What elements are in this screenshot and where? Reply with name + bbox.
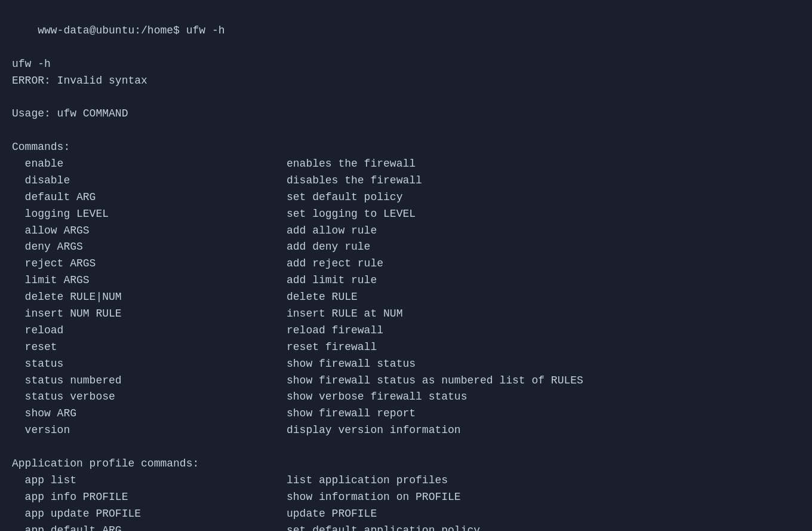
- terminal: www-data@ubuntu:/home$ ufw -h ufw -h ERR…: [0, 0, 812, 531]
- cmd-status-desc: show firewall status: [287, 356, 416, 373]
- app-profile-header: Application profile commands:: [12, 456, 800, 472]
- cmd-status-numbered: status numbered show firewall status as …: [12, 373, 800, 389]
- cmd-limit: limit ARGS add limit rule: [12, 272, 800, 289]
- cmd-insert-desc: insert RULE at NUM: [287, 306, 402, 323]
- spacer-3: [12, 439, 800, 456]
- cmd-reject-desc: add reject rule: [287, 256, 383, 272]
- cmd-status-name: status: [12, 356, 287, 373]
- cmd-reject-name: reject ARGS: [12, 256, 287, 272]
- cmd-app-info-name: app info PROFILE: [12, 489, 287, 506]
- cmd-app-update-name: app update PROFILE: [12, 506, 287, 523]
- cmd-allow-name: allow ARGS: [12, 223, 287, 240]
- prompt: www-data@ubuntu:/home$: [38, 24, 186, 36]
- commands-header: Commands:: [12, 139, 800, 156]
- cmd-enable: enable enables the firewall: [12, 156, 800, 173]
- error-line: ERROR: Invalid syntax: [12, 73, 800, 90]
- cmd-reload-name: reload: [12, 323, 287, 339]
- cmd-logging: logging LEVEL set logging to LEVEL: [12, 206, 800, 223]
- cmd-insert-name: insert NUM RULE: [12, 306, 287, 323]
- cmd-app-default-desc: set default application policy: [287, 523, 480, 531]
- cmd-logging-desc: set logging to LEVEL: [287, 206, 416, 223]
- cmd-status-verbose-desc: show verbose firewall status: [287, 389, 467, 406]
- cmd-disable-desc: disables the firewall: [287, 173, 422, 189]
- spacer-2: [12, 122, 800, 139]
- cmd-app-default: app default ARG set default application …: [12, 523, 800, 531]
- spacer-1: [12, 89, 800, 106]
- cmd-disable-name: disable: [12, 173, 287, 189]
- cmd-disable: disable disables the firewall: [12, 173, 800, 189]
- cmd-reset-name: reset: [12, 339, 287, 356]
- cmd-reload-desc: reload firewall: [287, 323, 383, 339]
- cmd-allow: allow ARGS add allow rule: [12, 223, 800, 240]
- cmd-limit-desc: add limit rule: [287, 272, 377, 289]
- cmd-app-info: app info PROFILE show information on PRO…: [12, 489, 800, 506]
- cmd-app-list: app list list application profiles: [12, 472, 800, 489]
- cmd-app-update-desc: update PROFILE: [287, 506, 377, 523]
- cmd-show: show ARG show firewall report: [12, 406, 800, 422]
- cmd-status-numbered-name: status numbered: [12, 373, 287, 389]
- cmd-show-desc: show firewall report: [287, 406, 416, 422]
- cmd-show-name: show ARG: [12, 406, 287, 422]
- cmd-allow-desc: add allow rule: [287, 223, 377, 240]
- prompt-line: www-data@ubuntu:/home$ ufw -h: [12, 6, 800, 56]
- cmd-app-info-desc: show information on PROFILE: [287, 489, 461, 506]
- cmd-deny: deny ARGS add deny rule: [12, 239, 800, 256]
- cmd-default-desc: set default policy: [287, 189, 402, 206]
- cmd-status-verbose: status verbose show verbose firewall sta…: [12, 389, 800, 406]
- cmd-status-numbered-desc: show firewall status as numbered list of…: [287, 373, 583, 389]
- cmd-reject: reject ARGS add reject rule: [12, 256, 800, 272]
- cmd-deny-desc: add deny rule: [287, 239, 370, 256]
- cmd-default-name: default ARG: [12, 189, 287, 206]
- command: ufw -h: [186, 24, 225, 36]
- cmd-delete-name: delete RULE|NUM: [12, 289, 287, 306]
- usage-line: Usage: ufw COMMAND: [12, 106, 800, 122]
- output-ufw-h: ufw -h: [12, 56, 800, 73]
- cmd-logging-name: logging LEVEL: [12, 206, 287, 223]
- cmd-reset-desc: reset firewall: [287, 339, 377, 356]
- cmd-insert: insert NUM RULE insert RULE at NUM: [12, 306, 800, 323]
- cmd-version-name: version: [12, 422, 287, 439]
- cmd-reset: reset reset firewall: [12, 339, 800, 356]
- cmd-enable-name: enable: [12, 156, 287, 173]
- cmd-delete-desc: delete RULE: [287, 289, 358, 306]
- cmd-deny-name: deny ARGS: [12, 239, 287, 256]
- cmd-status-verbose-name: status verbose: [12, 389, 287, 406]
- cmd-app-list-desc: list application profiles: [287, 472, 448, 489]
- cmd-version-desc: display version information: [287, 422, 461, 439]
- cmd-app-default-name: app default ARG: [12, 523, 287, 531]
- cmd-app-list-name: app list: [12, 472, 287, 489]
- cmd-reload: reload reload firewall: [12, 323, 800, 339]
- cmd-app-update: app update PROFILE update PROFILE: [12, 506, 800, 523]
- cmd-default: default ARG set default policy: [12, 189, 800, 206]
- cmd-enable-desc: enables the firewall: [287, 156, 416, 173]
- cmd-delete: delete RULE|NUM delete RULE: [12, 289, 800, 306]
- cmd-limit-name: limit ARGS: [12, 272, 287, 289]
- cmd-status: status show firewall status: [12, 356, 800, 373]
- cmd-version: version display version information: [12, 422, 800, 439]
